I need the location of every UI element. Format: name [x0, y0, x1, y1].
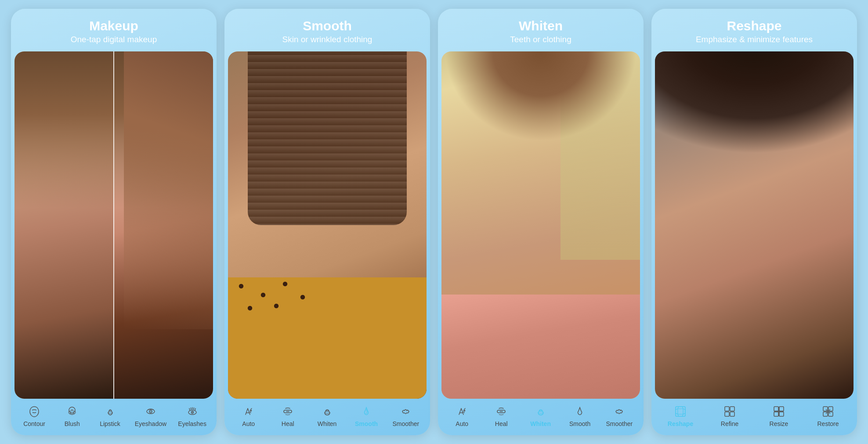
tool-resize[interactable]: Resize: [766, 405, 792, 427]
tool-heal[interactable]: Heal: [275, 405, 301, 427]
svg-point-8: [192, 412, 193, 413]
reshape-card: Reshape Emphasize & minimize features Re…: [651, 9, 857, 435]
lipstick-icon: [104, 405, 117, 418]
curly-hair: [441, 51, 640, 190]
smooth-icon: [360, 405, 373, 418]
makeup-toolbar: Contour Blush Lipstick: [11, 399, 217, 435]
whiten-s-icon: [321, 405, 334, 418]
heal-w-icon: [495, 405, 508, 418]
smooth-toolbar: Auto Heal Whiten Smooth: [224, 399, 430, 435]
smooth-portrait: [228, 51, 427, 399]
blush-label: Blush: [65, 420, 80, 427]
smooth-header: Smooth Skin or wrinkled clothing: [224, 9, 430, 51]
svg-rect-15: [676, 407, 685, 416]
whiten-header: Whiten Teeth or clothing: [438, 9, 644, 51]
tool-eyelashes[interactable]: Eyelashes: [178, 405, 206, 427]
whiten-portrait: [441, 51, 640, 399]
svg-rect-21: [779, 407, 784, 411]
reshape-subtitle: Emphasize & minimize features: [660, 35, 848, 44]
reshape-image: [655, 51, 854, 399]
tool-smooth-active[interactable]: Smooth: [353, 405, 380, 427]
reshape-active-label: Reshape: [668, 420, 693, 427]
whiten-image: [441, 51, 640, 399]
restore-label: Restore: [817, 420, 839, 427]
tool-whiten-s[interactable]: Whiten: [314, 405, 340, 427]
auto-w-icon: [456, 405, 469, 418]
eyelashes-label: Eyelashes: [178, 420, 206, 427]
makeup-subtitle: One-tap digital makeup: [20, 35, 208, 44]
smoother-s-label: Smoother: [393, 420, 420, 427]
heal-w-label: Heal: [495, 420, 508, 427]
braids: [248, 51, 407, 225]
restore-icon: [821, 405, 835, 418]
svg-rect-23: [779, 412, 784, 416]
whiten-toolbar: Auto Heal Whiten Smooth: [438, 399, 644, 435]
smooth-image: [228, 51, 427, 399]
smooth-w-icon: [573, 405, 586, 418]
reshape-header: Reshape Emphasize & minimize features: [651, 9, 857, 51]
smoother-w-label: Smoother: [606, 420, 633, 427]
svg-rect-19: [730, 412, 734, 416]
tool-smoother-s[interactable]: Smoother: [393, 405, 420, 427]
reshape-toolbar: Reshape Refine Resize: [651, 399, 857, 435]
heal-label: Heal: [282, 420, 294, 427]
smooth-card: Smooth Skin or wrinkled clothing Auto: [224, 9, 430, 435]
svg-point-12: [463, 410, 465, 411]
svg-rect-20: [774, 407, 778, 411]
auto-icon: [242, 405, 255, 418]
tool-whiten-active[interactable]: Whiten: [528, 405, 554, 427]
smooth-active-label: Smooth: [355, 420, 378, 427]
hair-right: [124, 51, 213, 329]
leopard-clothing: [228, 277, 427, 399]
tool-auto[interactable]: Auto: [235, 405, 262, 427]
svg-rect-22: [774, 412, 778, 416]
lipstick-label: Lipstick: [100, 420, 120, 427]
whiten-s-label: Whiten: [318, 420, 337, 427]
auto-label: Auto: [242, 420, 255, 427]
tool-eyeshadow[interactable]: Eyeshadow: [135, 405, 166, 427]
makeup-image: [14, 51, 213, 399]
reshape-title: Reshape: [660, 18, 848, 33]
reshape-portrait: [655, 51, 854, 399]
whiten-card: Whiten Teeth or clothing Auto: [438, 9, 644, 435]
tool-lipstick[interactable]: Lipstick: [97, 405, 123, 427]
resize-label: Resize: [770, 420, 788, 427]
smooth-subtitle: Skin or wrinkled clothing: [233, 35, 421, 44]
tool-auto-w[interactable]: Auto: [449, 405, 475, 427]
tool-smoother-w[interactable]: Smoother: [606, 405, 633, 427]
smooth-w-label: Smooth: [569, 420, 590, 427]
svg-point-9: [250, 410, 251, 411]
eyeshadow-label: Eyeshadow: [135, 420, 166, 427]
auto-w-label: Auto: [456, 420, 468, 427]
makeup-header: Makeup One-tap digital makeup: [11, 9, 217, 51]
whiten-active-label: Whiten: [530, 420, 551, 427]
svg-rect-17: [730, 407, 734, 411]
whiten-active-icon: [534, 405, 547, 418]
heal-icon: [281, 405, 294, 418]
tool-heal-w[interactable]: Heal: [488, 405, 514, 427]
svg-rect-18: [725, 412, 729, 416]
makeup-title: Makeup: [20, 18, 208, 33]
svg-point-5: [150, 411, 151, 412]
tool-smooth-w[interactable]: Smooth: [567, 405, 593, 427]
tool-reshape-active[interactable]: Reshape: [667, 405, 694, 427]
refine-label: Refine: [721, 420, 738, 427]
tool-blush[interactable]: Blush: [59, 405, 85, 427]
eyelashes-icon: [186, 405, 199, 418]
reshape-icon: [674, 405, 687, 418]
tool-restore[interactable]: Restore: [815, 405, 841, 427]
resize-icon: [772, 405, 785, 418]
refine-icon: [723, 405, 736, 418]
whiten-title: Whiten: [447, 18, 635, 33]
big-curly-hair: [655, 51, 854, 243]
tool-contour[interactable]: Contour: [21, 405, 47, 427]
smooth-title: Smooth: [233, 18, 421, 33]
pink-shirt: [441, 295, 640, 399]
whiten-subtitle: Teeth or clothing: [447, 35, 635, 44]
contour-label: Contour: [23, 420, 45, 427]
makeup-card: Makeup One-tap digital makeup Contour: [11, 9, 217, 435]
makeup-portrait: [14, 51, 213, 399]
svg-point-0: [69, 407, 75, 413]
contour-icon: [28, 405, 41, 418]
tool-refine[interactable]: Refine: [716, 405, 743, 427]
